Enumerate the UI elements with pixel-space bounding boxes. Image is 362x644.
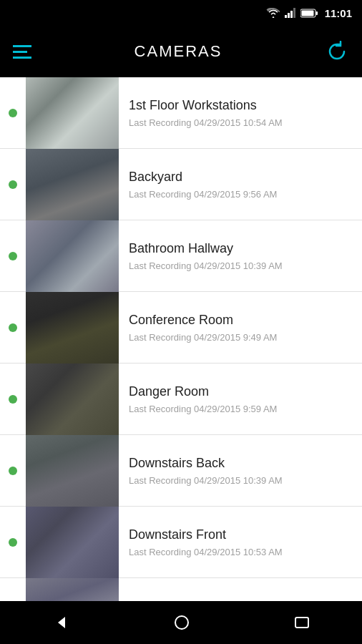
camera-thumbnail [26, 77, 119, 149]
thumb-overlay [26, 507, 119, 578]
camera-thumbnail [26, 292, 119, 364]
home-icon [173, 614, 190, 631]
camera-item[interactable]: BackyardLast Recording 04/29/2015 9:56 A… [0, 149, 362, 220]
svg-rect-1 [288, 13, 290, 18]
camera-item[interactable]: Downstairs BackLast Recording 04/29/2015… [0, 435, 362, 507]
camera-last-recording: Last Recording 04/29/2015 10:54 AM [129, 117, 352, 128]
camera-item[interactable]: Bathroom HallwayLast Recording 04/29/201… [0, 220, 362, 292]
toolbar: CAMERAS [0, 26, 362, 77]
camera-item[interactable]: Conference RoomLast Recording 04/29/2015… [0, 292, 362, 364]
status-icons: 11:01 [266, 7, 352, 19]
nav-home-button[interactable] [156, 608, 207, 637]
svg-rect-9 [295, 618, 308, 628]
thumb-overlay [26, 77, 119, 149]
camera-info: BackyardLast Recording 04/29/2015 9:56 A… [119, 170, 362, 200]
camera-last-recording: Last Recording 04/29/2015 9:56 AM [129, 189, 352, 200]
camera-thumbnail [26, 578, 119, 602]
thumb-overlay [26, 578, 119, 602]
camera-last-recording: Last Recording 04/29/2015 10:39 AM [129, 260, 352, 271]
camera-info: Conference RoomLast Recording 04/29/2015… [119, 313, 362, 343]
thumb-overlay [26, 149, 119, 220]
camera-thumbnail [26, 364, 119, 435]
camera-name: Backyard [129, 170, 352, 185]
nav-back-button[interactable] [35, 608, 87, 637]
camera-name: Bathroom Hallway [129, 241, 352, 256]
camera-thumbnail [26, 507, 119, 578]
status-dot [9, 538, 17, 547]
camera-name: 1st Floor Workstations [129, 98, 352, 113]
refresh-icon [326, 41, 348, 62]
svg-rect-0 [285, 15, 287, 18]
camera-info: Downstairs FrontLast Recording 04/29/201… [119, 527, 362, 557]
svg-marker-7 [58, 617, 65, 628]
svg-rect-5 [315, 11, 318, 15]
camera-info: Bathroom HallwayLast Recording 04/29/201… [119, 241, 362, 271]
svg-rect-6 [301, 10, 313, 16]
camera-last-recording: Last Recording 04/29/2015 9:49 AM [129, 332, 352, 343]
thumb-overlay [26, 292, 119, 364]
camera-info: Danger RoomLast Recording 04/29/2015 9:5… [119, 384, 362, 414]
camera-last-recording: Last Recording 04/29/2015 9:59 AM [129, 404, 352, 414]
status-dot [9, 323, 17, 332]
camera-item[interactable]: 1st Floor WorkstationsLast Recording 04/… [0, 77, 362, 149]
status-dot [9, 252, 17, 260]
camera-name: Danger Room [129, 384, 352, 399]
camera-thumbnail [26, 220, 119, 292]
camera-name: Downstairs Back [129, 456, 352, 471]
signal-icon [285, 8, 296, 18]
thumb-overlay [26, 364, 119, 435]
status-dot [9, 180, 17, 189]
back-icon [52, 614, 69, 631]
thumb-overlay [26, 220, 119, 292]
status-bar: 11:01 [0, 0, 362, 26]
wifi-icon [266, 8, 280, 18]
refresh-button[interactable] [325, 39, 349, 64]
camera-thumbnail [26, 149, 119, 220]
svg-rect-2 [290, 11, 293, 18]
camera-info: 1st Floor WorkstationsLast Recording 04/… [119, 98, 362, 128]
camera-last-recording: Last Recording 04/29/2015 10:53 AM [129, 547, 352, 557]
thumb-overlay [26, 435, 119, 507]
camera-name: Downstairs Front [129, 527, 352, 542]
svg-point-8 [175, 616, 188, 629]
page-title: CAMERAS [134, 42, 222, 61]
camera-item[interactable]: Danger RoomLast Recording 04/29/2015 9:5… [0, 364, 362, 435]
camera-name: Conference Room [129, 313, 352, 328]
camera-thumbnail [26, 435, 119, 507]
recent-icon [294, 615, 310, 630]
camera-item[interactable]: Downstairs FrontLast Recording 04/29/201… [0, 507, 362, 578]
camera-list: 1st Floor WorkstationsLast Recording 04/… [0, 77, 362, 601]
status-dot [9, 395, 17, 404]
menu-button[interactable] [13, 45, 31, 59]
camera-last-recording: Last Recording 04/29/2015 10:39 AM [129, 475, 352, 486]
camera-info: Downstairs BackLast Recording 04/29/2015… [119, 456, 362, 486]
camera-item[interactable]: Entrance + Roll UpLast Recording 04/29/2… [0, 578, 362, 601]
nav-recent-button[interactable] [277, 609, 327, 636]
nav-bar [0, 601, 362, 644]
status-time: 11:01 [325, 7, 352, 19]
status-dot [9, 109, 17, 117]
battery-icon [300, 9, 318, 18]
status-dot [9, 467, 17, 475]
svg-rect-3 [293, 8, 295, 18]
